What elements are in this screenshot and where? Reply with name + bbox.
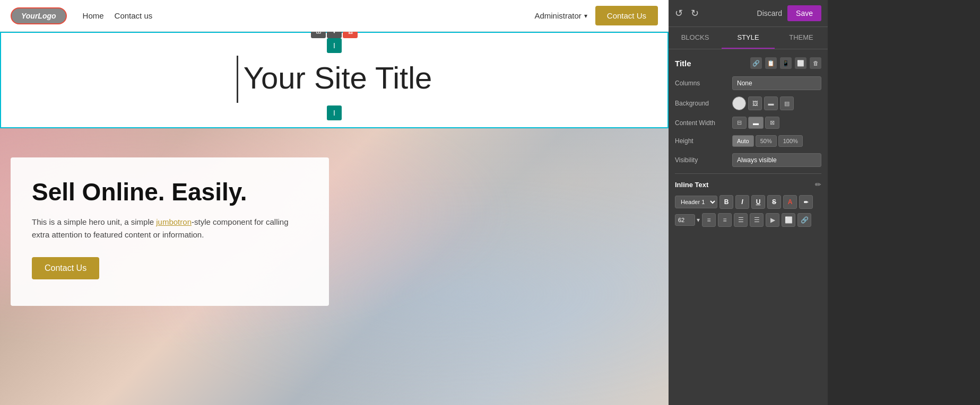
width-narrow-btn[interactable]: ⊟ (732, 117, 747, 129)
panel-content: Title 🔗 📋 📱 ⬜ 🗑 Columns None Background (669, 49, 828, 405)
visibility-row: Visibility Always visible (675, 153, 821, 167)
list-ordered-btn[interactable]: ☰ (750, 213, 764, 227)
columns-row: Columns None (675, 76, 821, 90)
delete-section-icon[interactable]: 🗑 (810, 57, 821, 69)
tab-blocks[interactable]: BLOCKS (669, 27, 722, 49)
hero-desc-link[interactable]: jumbotron (156, 217, 192, 226)
font-size-control: ▾ (675, 214, 700, 226)
background-label: Background (675, 100, 728, 107)
hero-description: This is a simple hero unit, a simple jum… (32, 216, 308, 241)
right-panel: ↺ ↻ Discard Save BLOCKS STYLE THEME Titl… (669, 0, 828, 405)
font-size-arrow-icon[interactable]: ▾ (697, 216, 700, 224)
bold-button[interactable]: B (719, 195, 733, 209)
admin-label: Administrator (534, 11, 581, 20)
width-wide-btn[interactable]: ⊠ (765, 117, 779, 129)
text-edit-pen-icon[interactable]: ✏ (799, 195, 813, 209)
height-100-btn[interactable]: 100% (778, 135, 803, 147)
background-video-icon[interactable]: ▬ (764, 96, 778, 110)
nav-home[interactable]: Home (83, 11, 104, 20)
columns-control: None (732, 76, 821, 90)
nav-contact-us[interactable]: Contact us (115, 11, 153, 20)
panel-header-icons: ↺ ↻ (675, 7, 699, 19)
hero-title: Sell Online. Easily. (32, 179, 308, 206)
admin-dropdown[interactable]: Administrator ▾ (534, 11, 587, 20)
content-width-control: ⊟ ▬ ⊠ (732, 117, 821, 129)
main-content-area: YourLogo Home Contact us Administrator ▾… (0, 0, 669, 405)
align-left-btn[interactable]: ≡ (702, 213, 716, 227)
section-action-icons: 🔗 📋 📱 ⬜ 🗑 (750, 57, 821, 69)
title-block: ⊞ ▼ 🗑 I Your Site Title I (0, 32, 669, 128)
content-width-row: Content Width ⊟ ▬ ⊠ (675, 117, 821, 129)
height-row: Height Auto 50% 100% (675, 135, 821, 147)
text-format-toolbar-1: Header 1 B I U S A ✏ (675, 195, 821, 209)
width-medium-btn[interactable]: ▬ (748, 117, 764, 129)
image-inline-icon[interactable]: ⬜ (782, 213, 795, 227)
align-center-btn[interactable]: ≡ (718, 213, 732, 227)
redo-icon[interactable]: ↻ (691, 7, 699, 19)
underline-button[interactable]: U (751, 195, 765, 209)
background-control: 🖼 ▬ ▤ (732, 96, 821, 110)
copy-icon[interactable]: 📋 (765, 57, 777, 69)
logo[interactable]: YourLogo (11, 7, 67, 24)
inline-text-label: Inline Text (675, 181, 708, 189)
tab-theme[interactable]: THEME (775, 27, 828, 49)
strikethrough-button[interactable]: S (767, 195, 781, 209)
hero-desc-text1: This is a simple hero unit, a simple (32, 217, 156, 226)
play-btn[interactable]: ▶ (766, 213, 779, 227)
inline-text-edit-icon[interactable]: ✏ (815, 180, 821, 189)
panel-tabs: BLOCKS STYLE THEME (669, 27, 828, 49)
mobile-icon[interactable]: 📱 (780, 57, 792, 69)
background-color-swatch[interactable] (732, 96, 746, 110)
color-button[interactable]: A (783, 195, 797, 209)
panel-header: ↺ ↻ Discard Save (669, 0, 828, 27)
background-gradient-icon[interactable]: ▤ (780, 96, 794, 110)
link-inline-icon[interactable]: 🔗 (797, 213, 811, 227)
visibility-control: Always visible (732, 153, 821, 167)
site-title-text[interactable]: Your Site Title (1, 56, 667, 103)
logo-text: YourLogo (21, 12, 56, 20)
nav-right: Administrator ▾ Contact Us (534, 6, 658, 25)
hero-section: Sell Online. Easily. This is a simple he… (0, 128, 669, 405)
nav-links: Home Contact us (83, 11, 535, 20)
height-label: Height (675, 137, 728, 145)
inline-text-header: Inline Text ✏ (675, 180, 821, 189)
save-button[interactable]: Save (787, 5, 821, 21)
divider (675, 173, 821, 174)
background-image-icon[interactable]: 🖼 (748, 96, 762, 110)
link-icon[interactable]: 🔗 (750, 57, 762, 69)
resize-icon[interactable]: ⬜ (795, 57, 806, 69)
italic-button[interactable]: I (735, 195, 749, 209)
contact-us-button-nav[interactable]: Contact Us (595, 6, 658, 25)
columns-select[interactable]: None (732, 76, 821, 90)
visibility-label: Visibility (675, 156, 728, 164)
visibility-select[interactable]: Always visible (732, 153, 821, 167)
hero-content-box: Sell Online. Easily. This is a simple he… (11, 157, 329, 306)
content-width-label: Content Width (675, 119, 728, 127)
text-format-toolbar-2: ▾ ≡ ≡ ☰ ☰ ▶ ⬜ 🔗 (675, 213, 821, 227)
format-style-select[interactable]: Header 1 (675, 196, 717, 208)
list-unordered-btn[interactable]: ☰ (734, 213, 748, 227)
cursor-indicator-top: I (327, 38, 342, 53)
cursor-indicator-bottom: I (327, 105, 342, 120)
refresh-icon[interactable]: ↺ (675, 7, 683, 19)
contact-us-button-hero[interactable]: Contact Us (32, 257, 99, 279)
background-row: Background 🖼 ▬ ▤ (675, 96, 821, 110)
height-50-btn[interactable]: 50% (756, 135, 777, 147)
columns-label: Columns (675, 80, 728, 87)
height-control: Auto 50% 100% (732, 135, 821, 147)
height-auto-btn[interactable]: Auto (732, 135, 754, 147)
panel-header-actions: Discard Save (757, 5, 821, 21)
font-size-input[interactable] (675, 214, 695, 226)
title-section-label: Title (675, 59, 691, 68)
title-section-header: Title 🔗 📋 📱 ⬜ 🗑 (675, 57, 821, 69)
discard-button[interactable]: Discard (757, 9, 782, 17)
height-buttons: Auto 50% 100% (732, 135, 803, 147)
tab-style[interactable]: STYLE (722, 27, 775, 49)
width-buttons: ⊟ ▬ ⊠ (732, 117, 779, 129)
navbar: YourLogo Home Contact us Administrator ▾… (0, 0, 669, 32)
admin-arrow-icon: ▾ (584, 12, 587, 20)
